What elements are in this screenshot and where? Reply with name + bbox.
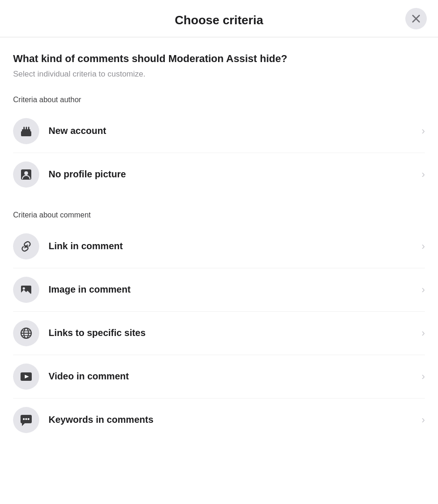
criteria-list-author: New account › No profile picture › <box>13 110 425 196</box>
svg-point-23 <box>28 418 29 420</box>
svg-point-21 <box>23 418 25 420</box>
svg-point-11 <box>23 287 25 289</box>
main-question: What kind of comments should Moderation … <box>13 52 425 66</box>
criteria-item-video-in-comment[interactable]: Video in comment › <box>13 355 425 399</box>
link-icon <box>20 240 33 253</box>
svg-point-5 <box>23 126 25 128</box>
chat-icon <box>20 413 33 427</box>
link-in-comment-label: Link in comment <box>49 241 418 252</box>
sub-text: Select individual criteria to customize. <box>13 70 425 79</box>
video-in-comment-label: Video in comment <box>49 371 418 382</box>
video-in-comment-chevron: › <box>422 371 425 383</box>
svg-point-22 <box>25 418 27 420</box>
criteria-item-link-in-comment[interactable]: Link in comment › <box>13 225 425 268</box>
criteria-list-comment: Link in comment › Image in comment › <box>13 225 425 441</box>
svg-point-7 <box>28 126 29 128</box>
link-in-comment-chevron: › <box>422 240 425 252</box>
no-profile-picture-chevron: › <box>422 168 425 181</box>
image-in-comment-icon-circle <box>13 277 39 303</box>
svg-point-6 <box>26 126 27 128</box>
svg-rect-3 <box>26 128 27 130</box>
section-label-author: Criteria about author <box>13 96 425 104</box>
link-in-comment-icon-circle <box>13 233 39 259</box>
image-in-comment-label: Image in comment <box>49 284 418 295</box>
criteria-item-keywords-in-comments[interactable]: Keywords in comments › <box>13 399 425 441</box>
close-button[interactable] <box>405 8 427 29</box>
modal-content: What kind of comments should Moderation … <box>0 37 438 469</box>
keywords-in-comments-label: Keywords in comments <box>49 414 418 425</box>
svg-rect-2 <box>23 128 25 130</box>
image-in-comment-chevron: › <box>422 284 425 296</box>
section-label-comment: Criteria about comment <box>13 211 425 219</box>
image-icon <box>20 283 33 296</box>
links-to-specific-sites-label: Links to specific sites <box>49 328 418 338</box>
close-icon <box>412 14 420 23</box>
modal-header: Choose criteria <box>0 0 438 37</box>
new-account-label: New account <box>49 126 418 136</box>
modal: Choose criteria What kind of comments sh… <box>0 0 438 504</box>
links-to-specific-sites-icon-circle <box>13 320 39 346</box>
criteria-item-links-to-specific-sites[interactable]: Links to specific sites › <box>13 312 425 355</box>
cake-icon <box>20 125 33 138</box>
no-profile-picture-icon-circle <box>13 161 39 188</box>
links-to-specific-sites-chevron: › <box>422 327 425 339</box>
video-in-comment-icon-circle <box>13 364 39 390</box>
criteria-item-new-account[interactable]: New account › <box>13 110 425 153</box>
criteria-item-no-profile-picture[interactable]: No profile picture › <box>13 153 425 196</box>
svg-marker-20 <box>22 423 25 426</box>
keywords-in-comments-icon-circle <box>13 407 39 433</box>
keywords-in-comments-chevron: › <box>422 414 425 426</box>
criteria-item-image-in-comment[interactable]: Image in comment › <box>13 268 425 312</box>
globe-icon <box>20 327 33 340</box>
new-account-icon-circle <box>13 118 39 144</box>
profile-icon <box>20 168 33 181</box>
video-icon <box>20 370 33 383</box>
no-profile-picture-label: No profile picture <box>49 169 418 180</box>
new-account-chevron: › <box>422 125 425 137</box>
svg-point-9 <box>24 171 28 175</box>
svg-rect-0 <box>21 131 31 136</box>
modal-title: Choose criteria <box>175 13 263 28</box>
svg-rect-4 <box>28 128 29 130</box>
